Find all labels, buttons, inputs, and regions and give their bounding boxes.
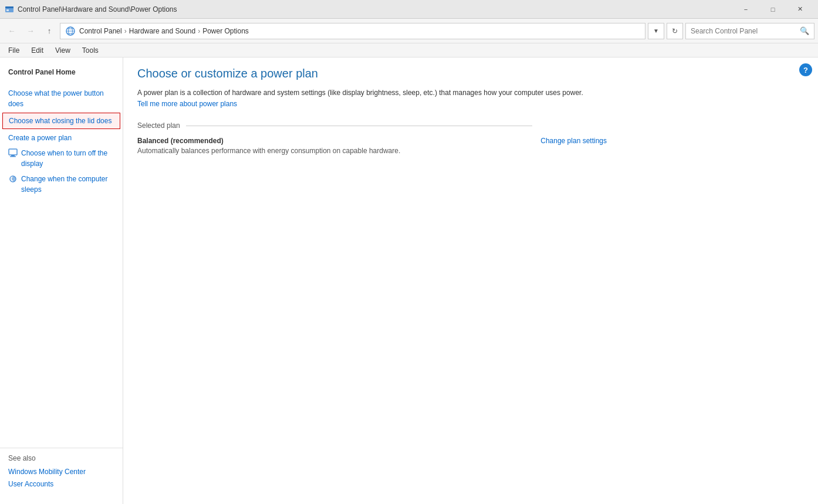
moon-icon — [8, 174, 18, 184]
section-divider: Selected plan — [137, 121, 804, 130]
sidebar-turn-off-display-label: Choose when to turn off the display — [21, 148, 114, 169]
breadcrumb-bar: Control Panel › Hardware and Sound › Pow… — [60, 23, 645, 39]
plan-info: Balanced (recommended) Automatically bal… — [137, 137, 540, 155]
divider-line — [186, 126, 532, 126]
breadcrumb-control-panel[interactable]: Control Panel — [79, 27, 122, 35]
svg-rect-9 — [11, 155, 15, 156]
menu-edit[interactable]: Edit — [25, 45, 49, 56]
plan-desc: Automatically balances performance with … — [137, 147, 540, 155]
location-globe-icon — [65, 26, 76, 36]
window-controls: − □ ✕ — [732, 0, 813, 19]
content-area: ? Choose or customize a power plan A pow… — [123, 57, 818, 504]
back-button[interactable]: ← — [4, 23, 20, 39]
window-icon — [5, 5, 14, 14]
address-bar: ← → ↑ Control Panel › Hardware and Sound… — [0, 19, 818, 43]
sidebar-nav: Control Panel Home Choose what the power… — [0, 65, 123, 448]
close-button[interactable]: ✕ — [786, 0, 813, 19]
menu-tools[interactable]: Tools — [76, 45, 104, 56]
refresh-button[interactable]: ↻ — [667, 23, 683, 39]
svg-rect-1 — [5, 6, 13, 8]
menu-view[interactable]: View — [49, 45, 76, 56]
plan-row: Balanced (recommended) Automatically bal… — [137, 137, 607, 155]
menu-bar: File Edit View Tools — [0, 43, 818, 57]
sidebar-computer-sleeps-label: Change when the computer sleeps — [21, 174, 114, 195]
monitor-icon — [8, 148, 18, 158]
description-link[interactable]: Tell me more about power plans — [137, 100, 237, 108]
change-plan-link[interactable]: Change plan settings — [540, 137, 607, 145]
forward-button[interactable]: → — [22, 23, 39, 39]
maximize-button[interactable]: □ — [759, 0, 786, 19]
breadcrumb-current: Power Options — [202, 27, 249, 35]
breadcrumb-dropdown[interactable]: ▼ — [648, 23, 664, 39]
selected-plan-label: Selected plan — [137, 121, 180, 130]
svg-rect-2 — [6, 9, 9, 11]
svg-rect-10 — [10, 156, 16, 157]
sidebar-computer-sleeps[interactable]: Change when the computer sleeps — [0, 171, 123, 197]
see-also-title: See also — [8, 454, 114, 462]
sidebar: Control Panel Home Choose what the power… — [0, 57, 123, 504]
description-text: A power plan is a collection of hardware… — [137, 89, 583, 97]
svg-rect-8 — [9, 149, 17, 155]
search-input[interactable] — [691, 27, 800, 35]
main-container: Control Panel Home Choose what the power… — [0, 57, 818, 504]
sidebar-create-plan[interactable]: Create a power plan — [0, 130, 123, 146]
sidebar-home[interactable]: Control Panel Home — [0, 65, 123, 80]
up-button[interactable]: ↑ — [41, 23, 58, 39]
title-bar-text: Control Panel\Hardware and Sound\Power O… — [18, 5, 177, 13]
menu-file[interactable]: File — [2, 45, 25, 56]
see-also-user-accounts[interactable]: User Accounts — [8, 478, 114, 491]
minimize-button[interactable]: − — [732, 0, 759, 19]
search-icon[interactable]: 🔍 — [800, 26, 809, 35]
see-also-mobility-center[interactable]: Windows Mobility Center — [8, 466, 114, 479]
search-box: 🔍 — [685, 23, 814, 39]
sidebar-power-button[interactable]: Choose what the power button does — [0, 86, 123, 111]
see-also-section: See also Windows Mobility Center User Ac… — [0, 448, 123, 497]
title-bar: Control Panel\Hardware and Sound\Power O… — [0, 0, 818, 19]
page-description: A power plan is a collection of hardware… — [137, 87, 595, 110]
plan-name: Balanced (recommended) — [137, 137, 540, 145]
page-title: Choose or customize a power plan — [137, 67, 804, 80]
sidebar-closing-lid[interactable]: Choose what closing the lid does — [2, 113, 120, 129]
sidebar-turn-off-display[interactable]: Choose when to turn off the display — [0, 146, 123, 171]
help-button[interactable]: ? — [799, 63, 812, 76]
breadcrumb-hardware-sound[interactable]: Hardware and Sound — [129, 27, 195, 35]
